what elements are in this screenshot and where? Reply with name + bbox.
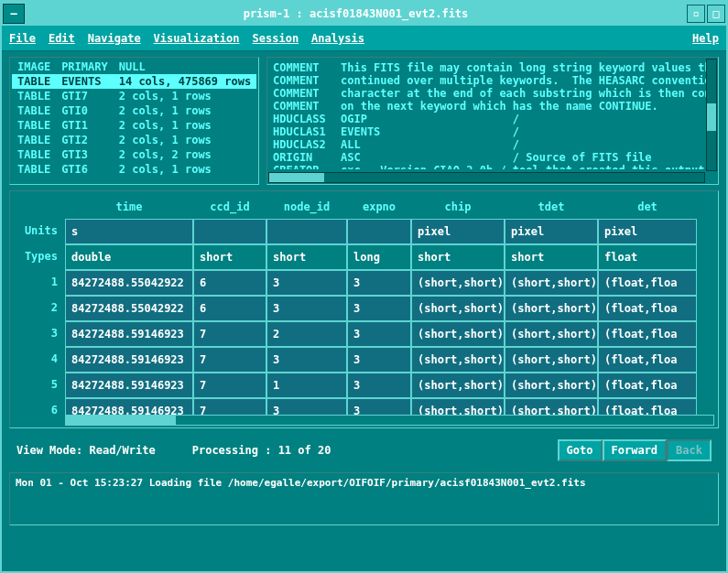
hdu-table: IMAGEPRIMARYNULLTABLEEVENTS14 cols, 4758… <box>12 59 256 177</box>
data-cell[interactable]: (short,short) <box>411 347 505 373</box>
data-cell[interactable]: 84272488.59146923 <box>65 321 193 347</box>
data-cell[interactable]: (float,floa <box>598 347 697 373</box>
menu-visualization[interactable]: Visualization <box>154 32 240 45</box>
hdu-row[interactable]: TABLEGTI22 cols, 1 rows <box>12 133 256 147</box>
column-header[interactable]: chip <box>411 195 505 219</box>
menu-analysis[interactable]: Analysis <box>311 32 364 45</box>
row-number: 5 <box>14 373 65 398</box>
hdu-row[interactable]: TABLEEVENTS14 cols, 475869 rows <box>12 74 256 89</box>
data-cell[interactable]: (float,floa <box>598 321 697 347</box>
keywords-scroll-h[interactable] <box>268 172 705 183</box>
data-cell[interactable]: 3 <box>347 296 411 321</box>
system-menu-button[interactable]: — <box>3 4 25 24</box>
hdu-row[interactable]: TABLEGTI32 cols, 2 rows <box>12 147 256 162</box>
row-number: 3 <box>14 321 65 347</box>
keyword-row[interactable]: CREATORcxc - Version CIAO 2.0b / tool th… <box>273 164 712 169</box>
status-bar: View Mode: Read/Write Processing : 11 of… <box>9 434 719 467</box>
row-number: 1 <box>14 270 65 296</box>
column-header[interactable]: tdet <box>505 195 598 219</box>
data-cell[interactable]: 84272488.55042922 <box>65 270 193 296</box>
data-scroll-h[interactable] <box>65 415 714 426</box>
type-cell: short <box>505 244 598 270</box>
type-cell: short <box>411 244 505 270</box>
data-cell[interactable]: 3 <box>347 321 411 347</box>
units-label: Units <box>14 219 65 244</box>
data-cell[interactable]: 6 <box>193 270 266 296</box>
type-cell: float <box>598 244 697 270</box>
column-header[interactable]: ccd_id <box>193 195 266 219</box>
processing-label: Processing : 11 of 20 <box>192 444 331 457</box>
column-header[interactable]: det <box>598 195 697 219</box>
titlebar: — prism-1 : acisf01843N001_evt2.fits ▫ □ <box>2 2 726 26</box>
goto-button[interactable]: Goto <box>558 439 603 461</box>
data-cell[interactable]: (short,short) <box>505 321 598 347</box>
minimize-button[interactable]: ▫ <box>687 5 705 23</box>
data-cell[interactable]: 84272488.59146923 <box>65 373 193 398</box>
log-panel: Mon 01 - Oct 15:23:27 Loading file /home… <box>9 472 719 525</box>
data-cell[interactable]: 6 <box>193 296 266 321</box>
keyword-row[interactable]: COMMENTcharacter at the end of each subs… <box>273 87 712 100</box>
data-cell[interactable]: (float,floa <box>598 270 697 296</box>
data-cell[interactable]: (short,short) <box>505 347 598 373</box>
data-cell[interactable]: 1 <box>266 373 347 398</box>
keyword-row[interactable]: HDUCLAS1EVENTS / <box>273 125 712 138</box>
row-number: 4 <box>14 347 65 373</box>
keyword-row[interactable]: COMMENTon the next keyword which has the… <box>273 100 712 113</box>
corner <box>14 195 65 219</box>
hdu-row[interactable]: TABLEGTI12 cols, 1 rows <box>12 118 256 133</box>
data-cell[interactable]: 3 <box>347 347 411 373</box>
keyword-row[interactable]: COMMENTcontinued over multiple keywords.… <box>273 74 712 87</box>
hdu-header: NULL <box>114 59 257 74</box>
column-header[interactable]: node_id <box>266 195 347 219</box>
data-cell[interactable]: (short,short) <box>411 296 505 321</box>
data-cell[interactable]: (short,short) <box>411 373 505 398</box>
row-number: 2 <box>14 296 65 321</box>
keyword-row[interactable]: HDUCLASSOGIP / <box>273 113 712 125</box>
keyword-row[interactable]: COMMENTThis FITS file may contain long s… <box>273 61 712 74</box>
data-cell[interactable]: 7 <box>193 373 266 398</box>
hdu-row[interactable]: TABLEGTI62 cols, 1 rows <box>12 162 256 177</box>
data-cell[interactable]: 3 <box>266 270 347 296</box>
hdu-header: PRIMARY <box>56 59 114 74</box>
data-cell[interactable]: 3 <box>347 270 411 296</box>
row-number: 6 <box>14 398 65 424</box>
data-cell[interactable]: 84272488.59146923 <box>65 347 193 373</box>
unit-cell: s <box>65 219 193 244</box>
type-cell: short <box>193 244 266 270</box>
app-window: — prism-1 : acisf01843N001_evt2.fits ▫ □… <box>0 0 728 573</box>
data-cell[interactable]: 3 <box>347 373 411 398</box>
view-mode-label: View Mode: Read/Write <box>16 444 156 457</box>
column-header[interactable]: expno <box>347 195 411 219</box>
menu-edit[interactable]: Edit <box>49 32 75 45</box>
maximize-button[interactable]: □ <box>707 5 725 23</box>
hdu-row[interactable]: TABLEGTI02 cols, 1 rows <box>12 103 256 118</box>
menu-navigate[interactable]: Navigate <box>88 32 141 45</box>
back-button: Back <box>667 439 712 461</box>
unit-cell <box>193 219 266 244</box>
data-cell[interactable]: (float,floa <box>598 296 697 321</box>
keyword-row[interactable]: ORIGINASC / Source of FITS file <box>273 151 712 164</box>
data-cell[interactable]: (short,short) <box>411 321 505 347</box>
keywords-scroll-v[interactable] <box>706 59 717 171</box>
data-cell[interactable]: 3 <box>266 347 347 373</box>
data-cell[interactable]: (short,short) <box>505 373 598 398</box>
data-cell[interactable]: (float,floa <box>598 373 697 398</box>
data-cell[interactable]: 7 <box>193 347 266 373</box>
data-cell[interactable]: (short,short) <box>411 270 505 296</box>
data-cell[interactable]: (short,short) <box>505 296 598 321</box>
unit-cell <box>266 219 347 244</box>
hdu-row[interactable]: TABLEGTI72 cols, 1 rows <box>12 89 256 103</box>
keyword-row[interactable]: HDUCLAS2ALL / <box>273 138 712 151</box>
data-cell[interactable]: 7 <box>193 321 266 347</box>
unit-cell: pixel <box>505 219 598 244</box>
column-header[interactable]: time <box>65 195 193 219</box>
menu-session[interactable]: Session <box>253 32 299 45</box>
data-cell[interactable]: (short,short) <box>505 270 598 296</box>
menu-file[interactable]: File <box>9 32 36 45</box>
data-cell[interactable]: 2 <box>266 321 347 347</box>
data-cell[interactable]: 84272488.55042922 <box>65 296 193 321</box>
forward-button[interactable]: Forward <box>603 439 668 461</box>
type-cell: double <box>65 244 193 270</box>
menu-help[interactable]: Help <box>692 32 719 45</box>
data-cell[interactable]: 3 <box>266 296 347 321</box>
